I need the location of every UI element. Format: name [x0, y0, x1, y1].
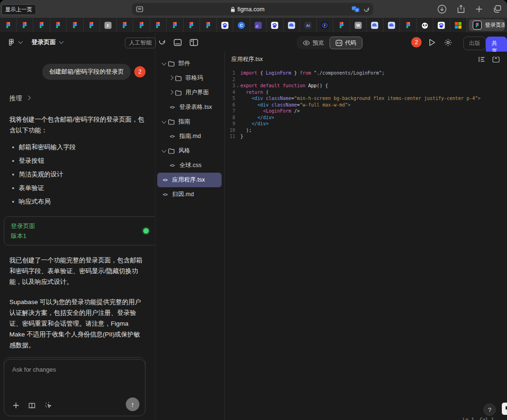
- format-code-icon[interactable]: [478, 56, 485, 63]
- browser-tab-c-circle-favicon[interactable]: C: [233, 18, 250, 32]
- active-tab[interactable]: 登录页面 –...: [469, 19, 505, 31]
- tree-item-指南[interactable]: 指南: [157, 115, 222, 129]
- play-icon[interactable]: [429, 38, 436, 46]
- code-line-8: 8 </div>: [228, 115, 507, 121]
- feature-list-item: 简洁美观的设计: [12, 168, 146, 181]
- tree-item-应用程序.tsx[interactable]: <>应用程序.tsx: [157, 173, 222, 187]
- browser-tab-baidu-favicon[interactable]: [217, 18, 234, 32]
- browser-tab-figma-favicon[interactable]: [0, 18, 17, 32]
- browser-tab-figma-favicon[interactable]: [67, 18, 84, 32]
- browser-tab-baidu-favicon[interactable]: [267, 18, 284, 32]
- browser-tab-figma-favicon[interactable]: [150, 18, 167, 32]
- editor-filename: 应用程序.tsx: [231, 55, 478, 63]
- library-book-icon[interactable]: [28, 403, 36, 409]
- preview-tab[interactable]: 预览: [297, 37, 330, 49]
- browser-tab-figma-favicon[interactable]: [133, 18, 150, 32]
- browser-tab-purple-favicon[interactable]: [250, 18, 267, 32]
- feature-list-item: 表单验证: [12, 181, 146, 195]
- reasoning-toggle[interactable]: 推理: [9, 94, 146, 103]
- browser-tab-figma-favicon[interactable]: [17, 18, 34, 32]
- browser-tab-deepseek-favicon[interactable]: [367, 18, 384, 32]
- version-card-title: 登录页面: [11, 221, 35, 231]
- figma-favicon: [473, 21, 482, 30]
- feature-list: 邮箱和密码输入字段登录按钮简洁美观的设计表单验证响应式布局: [9, 140, 146, 208]
- tree-item-部件[interactable]: 部件: [157, 56, 222, 71]
- code-line-1: 1 import { LoginForm } from "./component…: [228, 70, 507, 76]
- panel-left-icon[interactable]: [190, 39, 198, 46]
- tree-item-label: 归因.md: [172, 191, 194, 199]
- code-line-9: 9 </div>: [228, 121, 507, 127]
- tree-item-label: 菲格玛: [185, 74, 203, 82]
- version-card[interactable]: 登录页面 版本1: [4, 216, 155, 245]
- browser-tab-w-gray-favicon[interactable]: W: [350, 18, 367, 32]
- help-button[interactable]: ?: [484, 404, 496, 416]
- tab-overview-icon[interactable]: [493, 5, 501, 13]
- address-bar[interactable]: figma.com 文: [132, 3, 373, 15]
- tree-item-label: 用户界面: [185, 89, 209, 97]
- url-text[interactable]: figma.com: [238, 6, 265, 13]
- chat-input-box[interactable]: ↑: [4, 359, 146, 416]
- new-tab-icon[interactable]: [476, 6, 483, 13]
- message-count-badge[interactable]: 2: [134, 66, 146, 77]
- chat-input[interactable]: [11, 365, 135, 395]
- fold-chevron-icon[interactable]: ⌄: [235, 83, 240, 89]
- panel-bottom-icon[interactable]: [174, 39, 182, 46]
- downloads-icon[interactable]: [438, 5, 446, 14]
- browser-chrome: 显示上一页 figma.com 文: [0, 0, 507, 18]
- tree-item-风格[interactable]: 风格: [157, 144, 222, 158]
- code-content[interactable]: 1 import { LoginForm } from "./component…: [225, 67, 507, 140]
- attach-plus-icon[interactable]: [13, 402, 19, 409]
- browser-tab-figma-favicon[interactable]: [184, 18, 200, 32]
- project-name[interactable]: 登录页面: [31, 38, 56, 46]
- reader-view-icon[interactable]: [136, 6, 143, 12]
- tree-item-label: 全球.css: [179, 161, 201, 169]
- svg-text:W: W: [356, 23, 361, 28]
- figma-menu-icon[interactable]: [8, 38, 15, 46]
- code-editor: 应用程序.tsx 1 import { LoginForm } from "./…: [225, 52, 507, 420]
- browser-tab-figma-favicon[interactable]: [117, 18, 134, 32]
- browser-tab-figma-favicon[interactable]: [333, 18, 350, 32]
- code-line-5: 5 <div className="min-h-screen bg-backgr…: [228, 95, 507, 102]
- browser-tab-ai-favicon[interactable]: AI: [300, 18, 317, 32]
- menu-chevron-icon[interactable]: [18, 39, 23, 44]
- feature-list-item: 登录按钮: [12, 154, 146, 168]
- translate-icon[interactable]: 文: [352, 6, 360, 12]
- project-chevron-icon[interactable]: [59, 39, 64, 44]
- browser-tab-f-gray-favicon[interactable]: F: [100, 18, 117, 32]
- refresh-icon[interactable]: [158, 38, 166, 46]
- share-icon[interactable]: [457, 5, 465, 13]
- toolbar-divider: [155, 33, 155, 52]
- tree-item-登录表格.tsx[interactable]: <>登录表格.tsx: [157, 100, 222, 115]
- notification-badge[interactable]: 2: [411, 37, 422, 47]
- browser-tab-figma-favicon[interactable]: [200, 18, 217, 32]
- browser-tab-deepseek-favicon[interactable]: [284, 18, 300, 32]
- back-tooltip: 显示上一页: [1, 4, 36, 15]
- browser-tab-microsoft-favicon[interactable]: [450, 18, 467, 32]
- tree-item-归因.md[interactable]: <>归因.md: [157, 187, 222, 202]
- browser-tab-f-navy-favicon[interactable]: F: [317, 18, 334, 32]
- tree-item-指南.md[interactable]: <>指南.md: [157, 129, 222, 144]
- browser-tab-figma-favicon[interactable]: [84, 18, 100, 32]
- tab-strip: FCAIFW 登录页面 –...: [0, 18, 507, 33]
- tree-item-label: 部件: [178, 60, 190, 68]
- settings-gear-icon[interactable]: [444, 38, 452, 46]
- tree-item-全球.css[interactable]: <>全球.css: [157, 158, 222, 173]
- tree-item-菲格玛[interactable]: 菲格玛: [157, 71, 222, 85]
- code-tab[interactable]: 代码: [330, 37, 362, 49]
- browser-tab-deepseek-favicon[interactable]: [384, 18, 400, 32]
- browser-tab-figma-favicon[interactable]: [400, 18, 417, 32]
- publish-button[interactable]: 出版: [463, 37, 486, 50]
- feature-list-item: 响应式布局: [12, 195, 146, 208]
- restore-version-icon[interactable]: [492, 56, 499, 63]
- browser-tab-figma-favicon[interactable]: [167, 18, 184, 32]
- browser-tab-panda-favicon[interactable]: [417, 18, 434, 32]
- browser-tab-figma-favicon[interactable]: [50, 18, 67, 32]
- ai-cursor-icon[interactable]: [45, 402, 53, 409]
- tree-item-用户界面[interactable]: 用户界面: [157, 85, 222, 100]
- edge-widget[interactable]: [502, 403, 507, 415]
- browser-tab-figma-favicon[interactable]: [33, 18, 50, 32]
- reload-icon[interactable]: [363, 6, 369, 12]
- svg-text:C: C: [240, 23, 243, 28]
- browser-tab-baidu-favicon[interactable]: [433, 18, 450, 32]
- send-button[interactable]: ↑: [126, 397, 139, 411]
